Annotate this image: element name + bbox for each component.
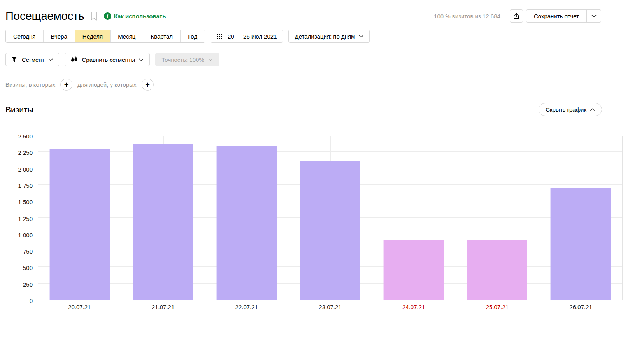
chevron-up-icon [590,108,595,111]
y-tick-label: 2 250 [18,149,33,156]
info-icon: i [104,12,111,20]
tab-year[interactable]: Год [180,30,205,42]
add-visit-filter-button[interactable]: + [60,79,72,91]
chevron-down-icon [359,35,363,38]
section-title: Визиты [5,105,33,114]
how-to-use-link[interactable]: i Как использовать [104,12,166,20]
date-range-button[interactable]: 20 — 26 июл 2021 [211,30,283,43]
detail-label: Детализация: по дням [295,33,355,40]
y-tick-label: 500 [23,264,33,271]
export-button[interactable] [510,9,523,23]
segment-dropdown[interactable]: Сегмент [5,53,59,66]
tab-today[interactable]: Сегодня [6,30,43,42]
chevron-down-icon [48,58,53,61]
save-report-split-button: Сохранить отчет [526,9,601,23]
visits-filter-label: Визиты, в которых [5,81,55,88]
filter-row: Визиты, в которых + для людей, у которых… [0,66,644,91]
tab-week[interactable]: Неделя [75,30,110,42]
page-title: Посещаемость [5,10,84,23]
y-tick-label: 0 [30,298,33,304]
period-tabs: Сегодня Вчера Неделя Месяц Квартал Год [5,30,205,43]
compare-segments-dropdown[interactable]: Сравнить сегменты [65,53,150,66]
chart-bar-22.07.21[interactable] [217,146,277,300]
calendar-icon [217,33,224,39]
y-tick-label: 2 000 [18,166,33,172]
how-to-use-label: Как использовать [114,13,166,19]
save-report-button[interactable]: Сохранить отчет [526,10,586,22]
chart-bar-23.07.21[interactable] [300,161,360,300]
export-icon [512,12,520,20]
x-tick-label: 24.07.21 [402,304,425,310]
chart-bar-25.07.21[interactable] [467,240,527,300]
period-toolbar: Сегодня Вчера Неделя Месяц Квартал Год 2… [0,23,644,43]
x-tick-label: 26.07.21 [569,304,592,310]
chevron-down-icon [591,14,597,18]
x-tick-label: 21.07.21 [152,304,174,310]
y-tick-label: 750 [23,248,33,255]
people-filter-label: для людей, у которых [77,81,136,88]
date-range-label: 20 — 26 июл 2021 [228,33,277,40]
x-tick-label: 20.07.21 [68,304,91,310]
chart-bar-26.07.21[interactable] [550,188,611,300]
y-tick-label: 1 250 [18,215,33,222]
add-people-filter-button[interactable]: + [142,79,154,91]
chevron-down-icon [208,58,213,61]
chart-bar-21.07.21[interactable] [133,144,193,300]
visits-chart: 02505007501 0001 2501 5001 7502 0002 250… [5,136,623,313]
compare-drops-icon [71,56,78,63]
save-report-dropdown[interactable] [586,10,601,22]
segment-label: Сегмент [22,56,44,63]
accuracy-dropdown[interactable]: Точность: 100% [155,53,219,66]
tab-yesterday[interactable]: Вчера [43,30,75,42]
chart-bar-24.07.21[interactable] [384,240,444,300]
funnel-icon [12,57,18,63]
chart-bar-20.07.21[interactable] [50,149,110,300]
segment-toolbar: Сегмент Сравнить сегменты Точность: 100% [0,43,644,66]
bookmark-icon[interactable] [90,11,98,21]
tab-quarter[interactable]: Квартал [143,30,180,42]
x-tick-label: 23.07.21 [319,304,341,310]
y-tick-label: 2 500 [18,133,33,140]
hide-chart-button[interactable]: Скрыть график [539,103,602,116]
accuracy-label: Точность: 100% [161,56,204,63]
y-tick-label: 250 [23,281,33,287]
x-tick-label: 22.07.21 [235,304,258,310]
visits-share-text: 100 % визитов из 12 684 [434,13,500,19]
y-tick-label: 1 500 [18,199,33,205]
y-axis-labels: 02505007501 0001 2501 5001 7502 0002 250… [5,136,33,301]
y-tick-label: 1 750 [18,182,33,189]
header: Посещаемость i Как использовать 100 % ви… [0,0,644,23]
x-axis-labels: 20.07.2121.07.2122.07.2123.07.2124.07.21… [38,300,623,313]
plot-area [38,136,623,300]
detail-dropdown[interactable]: Детализация: по дням [288,30,370,43]
x-tick-label: 25.07.21 [486,304,509,310]
tab-month[interactable]: Месяц [110,30,143,42]
chevron-down-icon [139,58,144,61]
y-tick-label: 1 000 [18,231,33,238]
hide-chart-label: Скрыть график [546,106,586,113]
section-header: Визиты Скрыть график [0,91,644,116]
compare-segments-label: Сравнить сегменты [82,56,135,63]
